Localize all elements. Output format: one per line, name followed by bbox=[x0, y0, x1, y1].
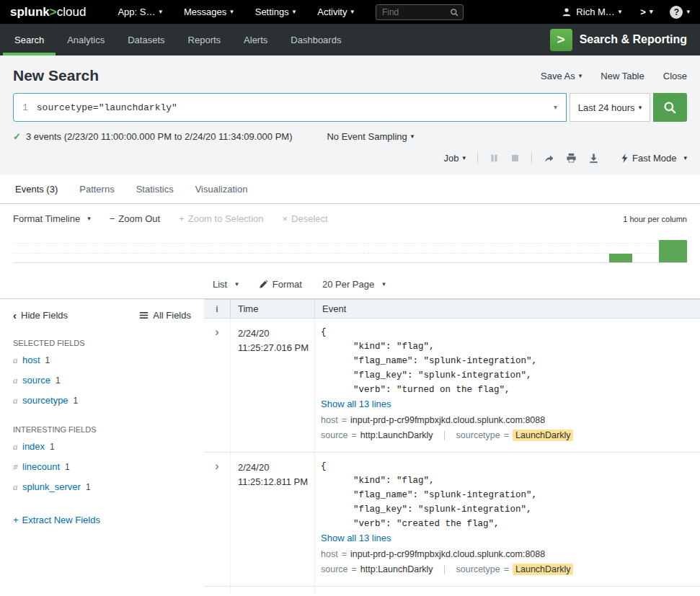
host-field-label: host bbox=[321, 549, 338, 559]
host-field-value[interactable]: input-prd-p-cr99fmpbxjkd.cloud.splunk.co… bbox=[350, 549, 545, 559]
tab-statistics[interactable]: Statistics bbox=[125, 175, 185, 203]
field-link[interactable]: sourcetype bbox=[22, 393, 68, 407]
format-timeline-menu[interactable]: Format Timeline bbox=[13, 213, 91, 224]
source-field-value[interactable]: http:LaunchDarkly bbox=[360, 564, 433, 574]
sourcetype-field-value[interactable]: LaunchDarkly bbox=[513, 564, 573, 575]
splunk-app-icon: > bbox=[550, 29, 572, 51]
search-query-input[interactable] bbox=[35, 102, 545, 114]
nav-item-search[interactable]: Search bbox=[3, 24, 56, 55]
search-mode-label: Fast Mode bbox=[632, 153, 676, 164]
close-button[interactable]: Close bbox=[663, 71, 687, 81]
host-field-value[interactable]: input-prd-p-cr99fmpbxjkd.cloud.splunk.co… bbox=[350, 415, 545, 425]
field-link[interactable]: source bbox=[22, 373, 50, 387]
caret-down-icon bbox=[350, 9, 354, 15]
nav-item-datasets[interactable]: Datasets bbox=[116, 24, 176, 55]
hide-fields-link[interactable]: Hide Fields bbox=[13, 309, 68, 321]
event-time: 2/24/20 bbox=[231, 587, 315, 594]
nav-item-alerts[interactable]: Alerts bbox=[232, 24, 279, 55]
field-linecount[interactable]: #linecount1 bbox=[13, 460, 191, 474]
new-table-button[interactable]: New Table bbox=[601, 71, 644, 81]
save-as-menu[interactable]: Save As bbox=[541, 71, 582, 81]
source-field-value[interactable]: http:LaunchDarkly bbox=[360, 430, 433, 440]
share-button[interactable] bbox=[544, 153, 554, 164]
deselect-button[interactable]: Deselect bbox=[283, 213, 328, 224]
tab-events[interactable]: Events (3) bbox=[4, 175, 68, 203]
stop-button[interactable] bbox=[510, 154, 520, 163]
show-all-lines-link[interactable]: Show all 13 lines bbox=[321, 531, 391, 546]
sourcetype-field-value[interactable]: LaunchDarkly bbox=[513, 430, 573, 441]
pause-button[interactable] bbox=[489, 154, 499, 163]
messages-menu[interactable]: Messages bbox=[184, 6, 234, 17]
interesting-fields-title: INTERESTING FIELDS bbox=[13, 425, 191, 434]
source-field-label: source bbox=[321, 430, 348, 440]
nav-item-reports[interactable]: Reports bbox=[177, 24, 233, 55]
search-button[interactable] bbox=[653, 93, 687, 122]
tab-patterns[interactable]: Patterns bbox=[68, 175, 125, 203]
zoom-out-button[interactable]: Zoom Out bbox=[110, 213, 160, 224]
all-fields-link[interactable]: All Fields bbox=[139, 310, 191, 321]
check-icon bbox=[13, 131, 21, 142]
timeline-gridline bbox=[13, 243, 687, 244]
find-search-box[interactable] bbox=[376, 4, 464, 20]
event-raw-text[interactable]: { "kind": "flag", "flag_name": "splunk-i… bbox=[321, 459, 693, 531]
zoom-to-selection-button[interactable]: Zoom to Selection bbox=[179, 213, 263, 224]
expand-event-chevron-icon[interactable] bbox=[215, 460, 218, 472]
nav-item-analytics[interactable]: Analytics bbox=[56, 24, 116, 55]
event-raw-text[interactable]: { "kind": "flag", "flag_name": "splunk-i… bbox=[321, 325, 693, 397]
divider bbox=[477, 152, 478, 164]
search-mode-menu[interactable]: Fast Mode bbox=[621, 153, 687, 164]
job-menu[interactable]: Job bbox=[444, 153, 466, 164]
per-page-label: 20 Per Page bbox=[322, 279, 374, 290]
show-all-lines-link[interactable]: Show all 13 lines bbox=[321, 397, 391, 412]
caret-down-icon bbox=[639, 104, 642, 111]
download-button[interactable] bbox=[588, 153, 599, 164]
expand-event-chevron-icon[interactable] bbox=[215, 326, 218, 338]
zoom-out-label: Zoom Out bbox=[118, 213, 160, 224]
splunk-cloud-logo[interactable]: splunk>cloud bbox=[10, 5, 86, 19]
timeline-chart[interactable] bbox=[13, 231, 687, 263]
field-source[interactable]: asource1 bbox=[13, 373, 191, 388]
format-results-menu[interactable]: Format bbox=[259, 279, 302, 290]
field-link[interactable]: host bbox=[22, 353, 40, 367]
search-section: New Search Save As New Table Close 1 Las… bbox=[0, 55, 700, 175]
caret-down-icon bbox=[293, 9, 296, 15]
event-sampling-menu[interactable]: No Event Sampling bbox=[327, 131, 414, 142]
caret-down-icon bbox=[683, 155, 687, 161]
source-field-label: source bbox=[321, 564, 348, 574]
field-sourcetype[interactable]: asourcetype1 bbox=[13, 393, 191, 408]
field-link[interactable]: splunk_server bbox=[22, 480, 81, 494]
timeline-bar[interactable] bbox=[659, 240, 687, 262]
event-fields: host=input-prd-p-cr99fmpbxjkd.cloud.splu… bbox=[321, 547, 693, 577]
field-link[interactable]: linecount bbox=[22, 460, 60, 473]
share-icon bbox=[544, 153, 554, 164]
event-time: 2/24/2011:25:12.811 PM bbox=[231, 453, 315, 586]
extract-new-fields-link[interactable]: Extract New Fields bbox=[13, 515, 191, 525]
list-view-menu[interactable]: List bbox=[213, 279, 239, 290]
find-input[interactable] bbox=[381, 6, 450, 18]
app-menu[interactable]: App: S… bbox=[118, 6, 162, 17]
search-query-bar[interactable]: 1 bbox=[13, 93, 567, 122]
events-table-header: i Time Event bbox=[204, 299, 700, 319]
nav-item-dashboards[interactable]: Dashboards bbox=[279, 24, 353, 55]
fields-sidebar: Hide Fields All Fields SELECTED FIELDS a… bbox=[0, 299, 204, 525]
all-fields-label: All Fields bbox=[153, 310, 191, 321]
timeline-bar[interactable] bbox=[609, 254, 632, 262]
field-count: 1 bbox=[56, 374, 61, 388]
search-expand-caret-icon[interactable] bbox=[554, 104, 557, 111]
per-page-menu[interactable]: 20 Per Page bbox=[322, 279, 386, 290]
settings-menu[interactable]: Settings bbox=[255, 6, 296, 17]
time-range-picker[interactable]: Last 24 hours bbox=[570, 93, 650, 122]
print-button[interactable] bbox=[566, 153, 577, 164]
caret-down-icon bbox=[159, 9, 162, 15]
field-index[interactable]: aindex1 bbox=[13, 440, 191, 454]
field-splunk-server[interactable]: asplunk_server1 bbox=[13, 480, 191, 494]
field-type: a bbox=[13, 373, 22, 387]
user-menu[interactable]: Rich M… bbox=[562, 6, 621, 17]
help-menu[interactable]: ? bbox=[670, 6, 690, 19]
activity-menu[interactable]: Activity bbox=[317, 6, 354, 17]
support-menu[interactable]: > bbox=[640, 6, 652, 17]
field-host[interactable]: ahost1 bbox=[13, 353, 191, 368]
tab-visualization[interactable]: Visualization bbox=[185, 175, 259, 203]
field-link[interactable]: index bbox=[22, 440, 45, 453]
app-nav-bar: Search Analytics Datasets Reports Alerts… bbox=[0, 24, 700, 55]
